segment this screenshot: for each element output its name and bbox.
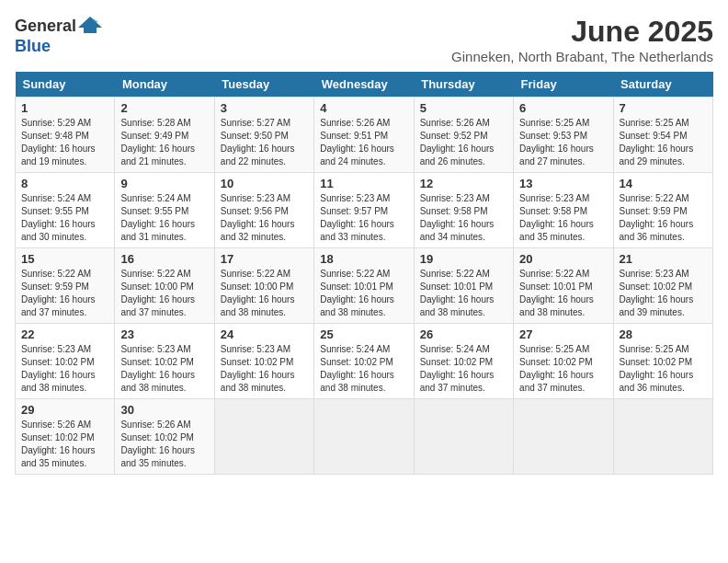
day-info: Sunrise: 5:26 AM Sunset: 9:51 PM Dayligh… [320, 117, 407, 168]
day-cell: 28Sunrise: 5:25 AM Sunset: 10:02 PM Dayl… [613, 324, 712, 399]
week-row-5: 29Sunrise: 5:26 AM Sunset: 10:02 PM Dayl… [16, 399, 713, 475]
day-info: Sunrise: 5:22 AM Sunset: 10:01 PM Daylig… [519, 268, 607, 319]
day-number: 13 [519, 177, 607, 190]
day-info: Sunrise: 5:22 AM Sunset: 10:00 PM Daylig… [221, 268, 308, 319]
day-cell: 22Sunrise: 5:23 AM Sunset: 10:02 PM Dayl… [16, 324, 115, 399]
col-header-saturday: Saturday [613, 72, 712, 98]
day-cell: 26Sunrise: 5:24 AM Sunset: 10:02 PM Dayl… [414, 324, 513, 399]
header-row: SundayMondayTuesdayWednesdayThursdayFrid… [16, 72, 713, 98]
day-cell: 25Sunrise: 5:24 AM Sunset: 10:02 PM Dayl… [314, 324, 414, 399]
day-cell: 10Sunrise: 5:23 AM Sunset: 9:56 PM Dayli… [214, 173, 313, 248]
day-info: Sunrise: 5:22 AM Sunset: 10:01 PM Daylig… [420, 268, 507, 319]
logo-bird-icon [78, 15, 102, 37]
day-info: Sunrise: 5:24 AM Sunset: 10:02 PM Daylig… [420, 343, 507, 395]
day-info: Sunrise: 5:25 AM Sunset: 10:02 PM Daylig… [620, 343, 707, 395]
day-number: 9 [120, 177, 208, 190]
day-info: Sunrise: 5:25 AM Sunset: 9:53 PM Dayligh… [519, 117, 607, 168]
day-cell: 16Sunrise: 5:22 AM Sunset: 10:00 PM Dayl… [115, 248, 214, 324]
day-cell: 6Sunrise: 5:25 AM Sunset: 9:53 PM Daylig… [514, 98, 613, 173]
day-number: 16 [120, 252, 208, 266]
day-cell: 8Sunrise: 5:24 AM Sunset: 9:55 PM Daylig… [16, 173, 115, 248]
day-info: Sunrise: 5:22 AM Sunset: 9:59 PM Dayligh… [21, 268, 108, 319]
col-header-wednesday: Wednesday [314, 72, 414, 98]
day-info: Sunrise: 5:29 AM Sunset: 9:48 PM Dayligh… [21, 117, 108, 168]
day-info: Sunrise: 5:22 AM Sunset: 10:01 PM Daylig… [320, 268, 407, 319]
day-number: 2 [120, 101, 208, 115]
day-info: Sunrise: 5:26 AM Sunset: 10:02 PM Daylig… [120, 419, 208, 470]
col-header-tuesday: Tuesday [214, 72, 313, 98]
day-info: Sunrise: 5:22 AM Sunset: 9:59 PM Dayligh… [620, 192, 707, 244]
day-number: 14 [620, 177, 707, 190]
calendar-table: SundayMondayTuesdayWednesdayThursdayFrid… [15, 72, 713, 475]
day-number: 19 [420, 252, 507, 266]
logo-general: General [15, 17, 76, 36]
col-header-thursday: Thursday [414, 72, 513, 98]
day-info: Sunrise: 5:24 AM Sunset: 9:55 PM Dayligh… [120, 192, 208, 244]
day-number: 23 [120, 327, 208, 341]
day-info: Sunrise: 5:24 AM Sunset: 10:02 PM Daylig… [320, 343, 407, 395]
day-number: 6 [519, 101, 607, 115]
col-header-sunday: Sunday [16, 72, 115, 98]
day-cell [514, 399, 613, 475]
calendar-subtitle: Ginneken, North Brabant, The Netherlands [451, 49, 713, 64]
day-info: Sunrise: 5:26 AM Sunset: 9:52 PM Dayligh… [420, 117, 507, 168]
day-info: Sunrise: 5:27 AM Sunset: 9:50 PM Dayligh… [221, 117, 308, 168]
day-cell: 9Sunrise: 5:24 AM Sunset: 9:55 PM Daylig… [115, 173, 214, 248]
day-info: Sunrise: 5:24 AM Sunset: 9:55 PM Dayligh… [21, 192, 108, 244]
calendar-title: June 2025 [451, 15, 713, 49]
day-info: Sunrise: 5:28 AM Sunset: 9:49 PM Dayligh… [120, 117, 208, 168]
week-row-2: 8Sunrise: 5:24 AM Sunset: 9:55 PM Daylig… [16, 173, 713, 248]
day-cell: 24Sunrise: 5:23 AM Sunset: 10:02 PM Dayl… [214, 324, 313, 399]
day-number: 5 [420, 101, 507, 115]
col-header-monday: Monday [115, 72, 214, 98]
week-row-3: 15Sunrise: 5:22 AM Sunset: 9:59 PM Dayli… [16, 248, 713, 324]
week-row-1: 1Sunrise: 5:29 AM Sunset: 9:48 PM Daylig… [16, 98, 713, 173]
day-cell: 7Sunrise: 5:25 AM Sunset: 9:54 PM Daylig… [613, 98, 712, 173]
day-number: 11 [320, 177, 407, 190]
day-info: Sunrise: 5:22 AM Sunset: 10:00 PM Daylig… [120, 268, 208, 319]
svg-marker-0 [78, 17, 102, 33]
day-cell: 15Sunrise: 5:22 AM Sunset: 9:59 PM Dayli… [16, 248, 115, 324]
day-number: 29 [21, 403, 108, 417]
col-header-friday: Friday [514, 72, 613, 98]
day-cell: 23Sunrise: 5:23 AM Sunset: 10:02 PM Dayl… [115, 324, 214, 399]
day-info: Sunrise: 5:23 AM Sunset: 9:57 PM Dayligh… [320, 192, 407, 244]
day-number: 4 [320, 101, 407, 115]
day-cell: 20Sunrise: 5:22 AM Sunset: 10:01 PM Dayl… [514, 248, 613, 324]
day-info: Sunrise: 5:23 AM Sunset: 9:56 PM Dayligh… [221, 192, 308, 244]
day-info: Sunrise: 5:23 AM Sunset: 9:58 PM Dayligh… [519, 192, 607, 244]
day-number: 20 [519, 252, 607, 266]
day-number: 25 [320, 327, 407, 341]
day-info: Sunrise: 5:25 AM Sunset: 9:54 PM Dayligh… [620, 117, 707, 168]
day-number: 30 [120, 403, 208, 417]
day-cell [314, 399, 414, 475]
day-cell: 21Sunrise: 5:23 AM Sunset: 10:02 PM Dayl… [613, 248, 712, 324]
day-cell: 2Sunrise: 5:28 AM Sunset: 9:49 PM Daylig… [115, 98, 214, 173]
day-cell [214, 399, 313, 475]
day-info: Sunrise: 5:23 AM Sunset: 9:58 PM Dayligh… [420, 192, 507, 244]
day-cell: 17Sunrise: 5:22 AM Sunset: 10:00 PM Dayl… [214, 248, 313, 324]
day-cell: 18Sunrise: 5:22 AM Sunset: 10:01 PM Dayl… [314, 248, 414, 324]
header: General Blue June 2025 Ginneken, North B… [15, 15, 713, 64]
logo-blue: Blue [15, 37, 51, 56]
day-number: 22 [21, 327, 108, 341]
day-cell: 4Sunrise: 5:26 AM Sunset: 9:51 PM Daylig… [314, 98, 414, 173]
logo: General Blue [15, 15, 102, 56]
day-number: 3 [221, 101, 308, 115]
day-cell: 3Sunrise: 5:27 AM Sunset: 9:50 PM Daylig… [214, 98, 313, 173]
day-cell: 1Sunrise: 5:29 AM Sunset: 9:48 PM Daylig… [16, 98, 115, 173]
day-cell: 12Sunrise: 5:23 AM Sunset: 9:58 PM Dayli… [414, 173, 513, 248]
day-info: Sunrise: 5:26 AM Sunset: 10:02 PM Daylig… [21, 419, 108, 470]
day-cell: 29Sunrise: 5:26 AM Sunset: 10:02 PM Dayl… [16, 399, 115, 475]
day-number: 21 [620, 252, 707, 266]
day-cell: 11Sunrise: 5:23 AM Sunset: 9:57 PM Dayli… [314, 173, 414, 248]
day-number: 1 [21, 101, 108, 115]
day-cell [613, 399, 712, 475]
day-cell: 30Sunrise: 5:26 AM Sunset: 10:02 PM Dayl… [115, 399, 214, 475]
day-cell [414, 399, 513, 475]
day-cell: 14Sunrise: 5:22 AM Sunset: 9:59 PM Dayli… [613, 173, 712, 248]
day-info: Sunrise: 5:23 AM Sunset: 10:02 PM Daylig… [620, 268, 707, 319]
day-number: 7 [620, 101, 707, 115]
day-cell: 19Sunrise: 5:22 AM Sunset: 10:01 PM Dayl… [414, 248, 513, 324]
day-number: 17 [221, 252, 308, 266]
